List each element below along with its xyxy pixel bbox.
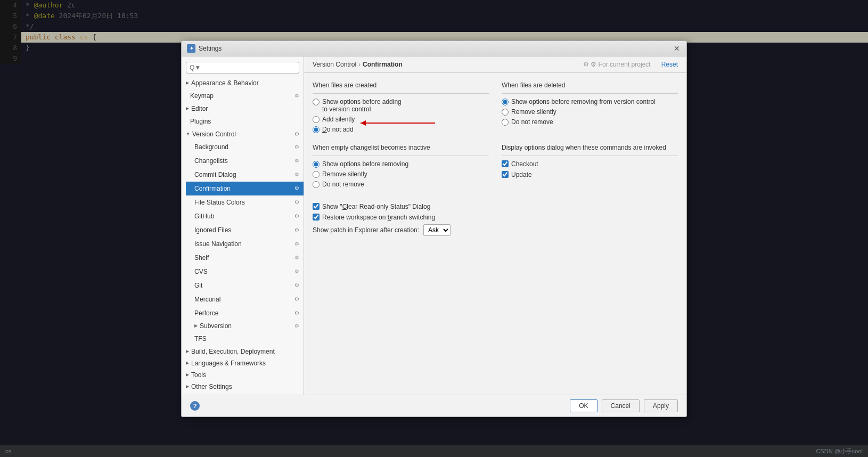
gear-icon: ⚙ [294,170,299,178]
display-options-column: Display options dialog when these comman… [502,144,678,194]
sidebar-item-keymap[interactable]: Keymap ⚙ [182,89,304,103]
chevron-right-icon: ▶ [186,384,189,389]
sidebar-item-version-control[interactable]: ▼ Version Control ⚙ [182,128,304,140]
gear-icon: ⚙ [294,267,299,275]
restore-workspace-checkbox[interactable] [313,214,320,221]
checkbox-checkout[interactable]: Checkout [502,160,678,168]
sidebar-item-tfs[interactable]: TFS [186,332,304,346]
search-input[interactable] [186,62,299,74]
sidebar-item-label: Ignored Files [194,225,231,235]
checkbox-show-clear-readonly[interactable]: Show "Clear Read-only Status" Dialog [313,203,678,210]
inactive-radio-group: Show options before removing Remove sile… [313,160,489,188]
checkout-checkbox[interactable] [502,160,509,167]
sidebar-item-languages[interactable]: ▶ Languages & Frameworks [182,357,304,369]
radio-add-silently-input[interactable] [313,116,320,123]
patch-select[interactable]: Ask Yes No [423,224,451,236]
sidebar-item-appearance[interactable]: ▶ Appearance & Behavior [182,77,304,89]
sidebar-item-cvs[interactable]: CVS ⚙ [186,265,304,279]
radio-do-not-add[interactable]: Do not add [313,126,489,133]
sidebar-item-label: File Status Colors [194,198,245,207]
patch-row: Show patch in Explorer after creation: A… [313,224,678,236]
sidebar-item-label: Background [194,142,228,152]
footer-buttons: OK Cancel Apply [570,399,678,412]
sidebar-item-other-settings[interactable]: ▶ Other Settings [182,381,304,393]
update-checkbox[interactable] [502,171,509,178]
sidebar-item-ignored-files[interactable]: Ignored Files ⚙ [186,223,304,237]
sidebar-item-label: Version Control [192,130,236,138]
divider [313,156,489,156]
sidebar-item-file-status-colors[interactable]: File Status Colors ⚙ [186,195,304,209]
ok-button[interactable]: OK [570,399,597,412]
chevron-right-icon: ▶ [186,80,189,85]
divider [502,156,678,156]
sidebar-item-mercurial[interactable]: Mercurial ⚙ [186,292,304,306]
cancel-button[interactable]: Cancel [602,399,640,412]
sidebar-item-git[interactable]: Git ⚙ [186,279,304,292]
radio-add-silently[interactable]: Add silently [313,116,489,123]
sidebar-item-label: Issue Navigation [194,239,242,249]
dialog-titlebar: ✦ Settings ✕ [182,41,686,56]
radio-do-not-remove-inactive[interactable]: Do not remove [313,181,489,188]
sidebar-item-shelf[interactable]: Shelf ⚙ [186,251,304,265]
breadcrumb-current: Confirmation [363,61,403,68]
created-radio-group: Show options before addingto version con… [313,98,489,133]
radio-do-not-remove-input[interactable] [502,119,509,126]
radio-show-before-add-input[interactable] [313,99,320,105]
show-clear-readonly-checkbox[interactable] [313,203,320,210]
restore-workspace-label: Restore workspace on branch switching [322,214,435,221]
apply-button[interactable]: Apply [644,399,678,412]
radio-remove-silently-input[interactable] [502,109,509,116]
radio-show-before-add[interactable]: Show options before addingto version con… [313,98,489,113]
sidebar-item-label: Changelists [194,156,228,166]
sidebar-item-label: Tools [191,371,206,379]
checkbox-restore-workspace[interactable]: Restore workspace on branch switching [313,214,678,221]
radio-remove-silently-inactive[interactable]: Remove silently [313,170,489,178]
help-button[interactable]: ? [190,401,200,411]
two-col-layout: When files are created Show options befo… [313,81,678,140]
sidebar-item-label: GitHub [194,211,214,221]
sidebar-item-perforce[interactable]: Perforce ⚙ [186,306,304,320]
close-button[interactable]: ✕ [673,44,681,53]
for-current-project-link[interactable]: ⚙ ⚙ For current project [583,61,650,68]
radio-do-not-remove[interactable]: Do not remove [502,118,678,126]
sidebar-item-label: TFS [194,334,207,344]
sidebar-item-background[interactable]: Background ⚙ [186,140,304,154]
sidebar-item-plugins[interactable]: Plugins [182,115,304,128]
radio-show-before-removing[interactable]: Show options before removing [313,160,489,168]
sidebar-item-changelists[interactable]: Changelists ⚙ [186,154,304,168]
settings-main: Version Control › Confirmation ⚙ ⚙ For c… [304,56,686,395]
second-two-col: When empty changelist becomes inactive S… [313,144,678,194]
for-project-text: ⚙ For current project [591,61,650,68]
sidebar-item-label: CVS [194,267,208,276]
checkbox-update[interactable]: Update [502,171,678,178]
gear-icon: ⚙ [294,143,299,151]
gear-icon: ⚙ [294,92,299,100]
when-deleted-title: When files are deleted [502,81,678,89]
deleted-radio-group: Show options before removing from versio… [502,98,678,126]
radio-do-not-remove-inactive-input[interactable] [313,181,320,188]
sidebar-item-build[interactable]: ▶ Build, Execution, Deployment [182,346,304,357]
sidebar-item-github[interactable]: GitHub ⚙ [186,209,304,223]
radio-do-not-add-input[interactable] [313,126,320,133]
radio-show-before-remove[interactable]: Show options before removing from versio… [502,98,678,105]
sidebar-item-label: Git [194,281,202,290]
dialog-title-left: ✦ Settings [187,44,222,53]
sidebar-item-label: Other Settings [191,383,232,390]
radio-show-before-removing-input[interactable] [313,161,320,168]
radio-remove-silently-inactive-input[interactable] [313,171,320,178]
radio-show-before-remove-input[interactable] [502,99,509,105]
sidebar-item-commit-dialog[interactable]: Commit Dialog ⚙ [186,168,304,182]
gear-icon: ⚙ [294,281,299,289]
reset-link[interactable]: Reset [661,61,678,68]
sidebar-item-subversion[interactable]: ▶ Subversion ⚙ [186,320,304,332]
sidebar-item-confirmation[interactable]: Confirmation ⚙ [186,182,304,195]
dialog-body: ▶ Appearance & Behavior Keymap ⚙ ▶ Edito… [182,56,686,395]
radio-remove-silently[interactable]: Remove silently [502,108,678,116]
display-options-title: Display options dialog when these comman… [502,144,678,151]
chevron-right-icon: ▶ [186,349,189,354]
sidebar-item-tools[interactable]: ▶ Tools [182,369,304,381]
sidebar-item-label: Plugins [190,117,211,126]
sidebar-item-editor[interactable]: ▶ Editor [182,103,304,115]
sidebar-item-issue-navigation[interactable]: Issue Navigation ⚙ [186,237,304,251]
divider [313,93,489,94]
